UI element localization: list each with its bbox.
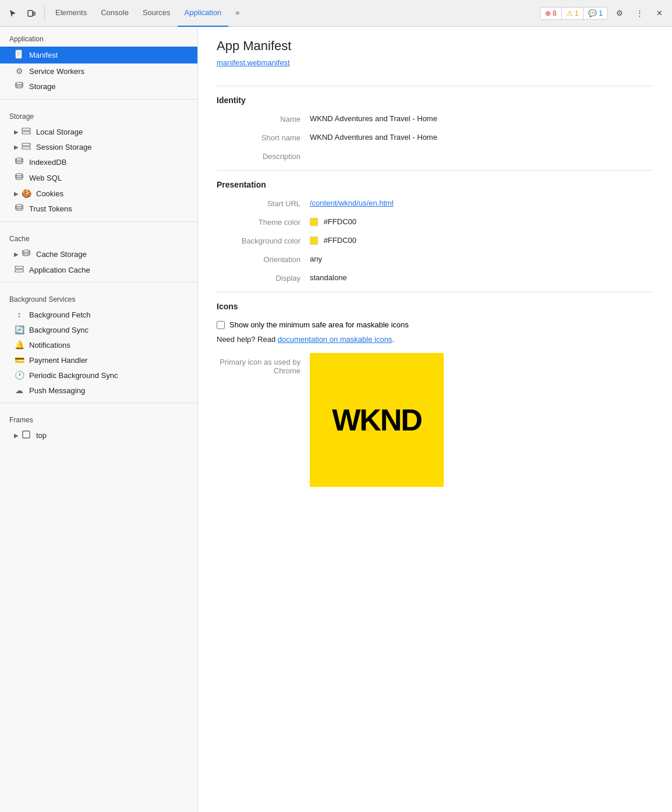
svg-rect-16 bbox=[15, 270, 23, 272]
expand-cookies[interactable]: ▶ bbox=[14, 190, 19, 197]
warn-count: 1 bbox=[575, 9, 579, 17]
presentation-title: Presentation bbox=[217, 180, 653, 189]
sidebar-divider-1 bbox=[0, 99, 197, 100]
indexeddb-icon bbox=[14, 157, 24, 167]
sidebar-item-websql[interactable]: Web SQL bbox=[0, 170, 197, 186]
maskable-icons-link[interactable]: documentation on maskable icons bbox=[278, 335, 392, 344]
tab-sources[interactable]: Sources bbox=[136, 0, 178, 27]
info-badge[interactable]: 💬 1 bbox=[583, 8, 607, 19]
svg-point-6 bbox=[16, 82, 23, 84]
cookies-icon: 🍪 bbox=[21, 189, 31, 198]
bg-sync-label: Background Sync bbox=[29, 326, 89, 334]
sidebar-item-local-storage[interactable]: ▶ Local Storage bbox=[0, 124, 197, 139]
sidebar-item-bg-fetch[interactable]: ↕ Background Fetch bbox=[0, 307, 197, 322]
sidebar-item-cache-storage[interactable]: ▶ Cache Storage bbox=[0, 246, 197, 262]
websql-icon bbox=[14, 173, 24, 183]
svg-rect-9 bbox=[22, 143, 30, 146]
main-layout: Application Manifest ⚙ Service Workers S… bbox=[0, 27, 672, 812]
tab-more[interactable]: » bbox=[228, 0, 246, 27]
maskable-checkbox[interactable] bbox=[217, 321, 225, 329]
sidebar-item-service-workers[interactable]: ⚙ Service Workers bbox=[0, 63, 197, 79]
payment-handler-label: Payment Handler bbox=[29, 356, 87, 365]
sidebar-divider-4 bbox=[0, 403, 197, 403]
sidebar-item-manifest[interactable]: Manifest bbox=[0, 47, 197, 63]
svg-point-13 bbox=[16, 204, 23, 207]
more-options-button[interactable]: ⋮ bbox=[631, 5, 648, 22]
frame-icon bbox=[21, 430, 31, 440]
error-badge[interactable]: ⊗ 8 bbox=[540, 8, 562, 19]
app-cache-label: Application Cache bbox=[29, 266, 90, 274]
identity-section: Identity Name WKND Adventures and Travel… bbox=[217, 96, 653, 161]
notifications-label: Notifications bbox=[29, 341, 70, 349]
sidebar-section-frames: Frames bbox=[0, 408, 197, 428]
wknd-logo: WKND bbox=[332, 403, 422, 437]
sidebar-item-indexeddb[interactable]: IndexedDB bbox=[0, 154, 197, 170]
toolbar-tabs: Elements Console Sources Application » bbox=[48, 0, 539, 27]
tab-console[interactable]: Console bbox=[94, 0, 136, 27]
expand-session-storage[interactable]: ▶ bbox=[14, 144, 19, 150]
sidebar-item-cookies[interactable]: ▶ 🍪 Cookies bbox=[0, 186, 197, 201]
short-name-label: Short name bbox=[217, 133, 310, 142]
maskable-checkbox-label: Show only the minimum safe area for mask… bbox=[229, 320, 409, 329]
sidebar-divider-2 bbox=[0, 221, 197, 222]
sidebar-item-top-frame[interactable]: ▶ top bbox=[0, 428, 197, 443]
icons-section: Icons Show only the minimum safe area fo… bbox=[217, 302, 653, 487]
identity-title: Identity bbox=[217, 96, 653, 105]
tab-application[interactable]: Application bbox=[178, 0, 229, 27]
sidebar-item-bg-sync[interactable]: 🔄 Background Sync bbox=[0, 322, 197, 337]
sidebar-item-session-storage[interactable]: ▶ Session Storage bbox=[0, 139, 197, 154]
close-button[interactable]: ✕ bbox=[651, 5, 667, 22]
bg-color-value: #FFDC00 bbox=[310, 236, 653, 245]
sidebar-item-notifications[interactable]: 🔔 Notifications bbox=[0, 337, 197, 352]
sidebar-item-storage-app[interactable]: Storage bbox=[0, 79, 197, 94]
svg-rect-10 bbox=[22, 147, 30, 149]
description-row: Description bbox=[217, 151, 653, 161]
sidebar-item-push-messaging[interactable]: ☁ Push Messaging bbox=[0, 383, 197, 398]
short-name-row: Short name WKND Adventures and Travel - … bbox=[217, 133, 653, 142]
storage-app-label: Storage bbox=[29, 82, 56, 91]
expand-cache-storage[interactable]: ▶ bbox=[14, 251, 19, 257]
bg-fetch-icon: ↕ bbox=[14, 310, 24, 319]
warn-icon: ⚠ bbox=[567, 9, 573, 17]
trust-tokens-icon bbox=[14, 204, 24, 214]
local-storage-label: Local Storage bbox=[36, 128, 83, 136]
sidebar-item-payment-handler[interactable]: 💳 Payment Handler bbox=[0, 352, 197, 368]
toolbar-left bbox=[5, 5, 47, 22]
theme-color-swatch[interactable] bbox=[310, 218, 318, 226]
name-value: WKND Adventures and Travel - Home bbox=[310, 114, 653, 123]
start-url-value[interactable]: /content/wknd/us/en.html bbox=[310, 199, 653, 207]
sidebar-item-app-cache[interactable]: Application Cache bbox=[0, 262, 197, 277]
icons-divider bbox=[217, 292, 653, 292]
push-messaging-label: Push Messaging bbox=[29, 386, 85, 395]
svg-point-11 bbox=[16, 158, 23, 160]
info-icon: 💬 bbox=[588, 9, 597, 17]
sidebar-item-periodic-bg-sync[interactable]: 🕐 Periodic Background Sync bbox=[0, 368, 197, 383]
expand-local-storage[interactable]: ▶ bbox=[14, 129, 19, 135]
bg-color-swatch[interactable] bbox=[310, 236, 318, 245]
settings-button[interactable]: ⚙ bbox=[611, 5, 628, 22]
display-label: Display bbox=[217, 273, 310, 283]
device-toggle-button[interactable] bbox=[23, 5, 40, 22]
tab-elements[interactable]: Elements bbox=[48, 0, 94, 27]
name-label: Name bbox=[217, 114, 310, 123]
session-storage-label: Session Storage bbox=[36, 143, 91, 151]
cursor-icon-button[interactable] bbox=[5, 5, 21, 22]
display-row: Display standalone bbox=[217, 273, 653, 283]
start-url-label: Start URL bbox=[217, 199, 310, 208]
help-text-suffix: . bbox=[392, 335, 394, 344]
bg-fetch-label: Background Fetch bbox=[29, 310, 91, 319]
error-count: 8 bbox=[553, 9, 557, 17]
local-storage-icon bbox=[21, 127, 31, 136]
session-storage-icon bbox=[21, 142, 31, 151]
svg-rect-7 bbox=[22, 128, 30, 130]
badge-group: ⊗ 8 ⚠ 1 💬 1 bbox=[540, 7, 608, 20]
periodic-bg-sync-label: Periodic Background Sync bbox=[29, 371, 118, 380]
warn-badge[interactable]: ⚠ 1 bbox=[562, 8, 584, 19]
info-count: 1 bbox=[599, 9, 603, 17]
primary-icon-sublabel: Chrome bbox=[217, 366, 300, 375]
theme-color-label: Theme color bbox=[217, 217, 310, 227]
page-title: App Manifest bbox=[217, 38, 653, 54]
manifest-link[interactable]: manifest.webmanifest bbox=[217, 58, 290, 67]
sidebar-item-trust-tokens[interactable]: Trust Tokens bbox=[0, 201, 197, 217]
expand-top[interactable]: ▶ bbox=[14, 432, 19, 439]
